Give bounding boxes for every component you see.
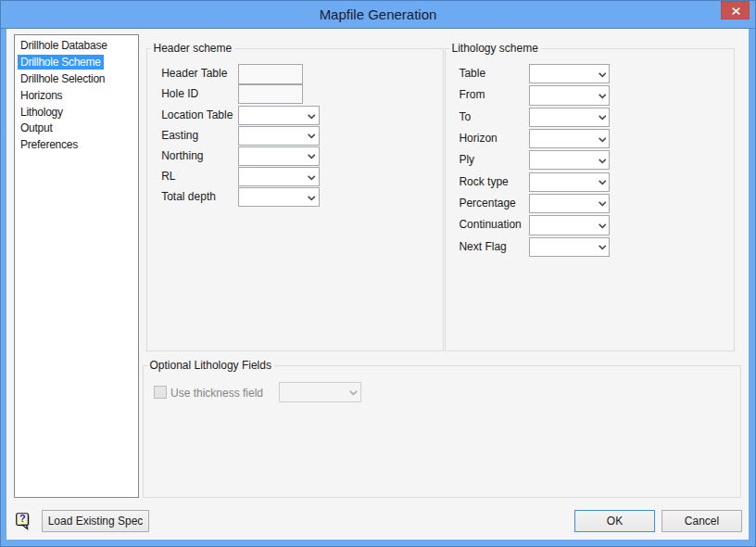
svg-text:?: ? bbox=[19, 514, 26, 524]
